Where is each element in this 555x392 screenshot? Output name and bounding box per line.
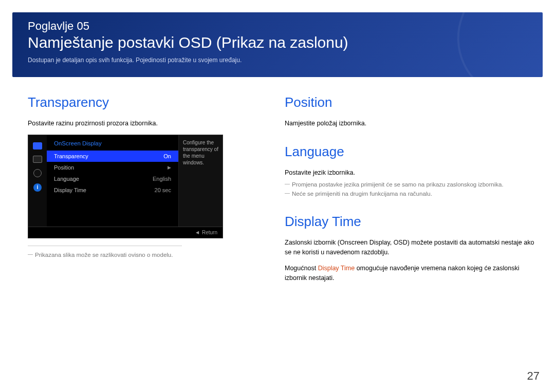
chapter-title: Namještanje postavki OSD (Prikaz na zasl… [28, 34, 527, 51]
chapter-subtitle: Dostupan je detaljan opis svih funkcija.… [28, 57, 527, 64]
osd-row-value: 20 sec [155, 187, 171, 193]
osd-menu-header: OnScreen Display [47, 137, 178, 151]
osd-row-label: Transparency [54, 153, 88, 159]
osd-row-label: Language [54, 176, 79, 182]
osd-row-position[interactable]: Position ▶ [47, 162, 178, 173]
section-title-display-time: Display Time [285, 214, 540, 230]
chevron-right-icon: ▶ [168, 165, 171, 170]
osd-sidebar: i [28, 135, 47, 227]
chapter-banner: Poglavlje 05 Namještanje postavki OSD (P… [12, 12, 543, 77]
gear-icon [33, 169, 42, 177]
transparency-intro: Postavite razinu prozirnosti prozora izb… [28, 119, 249, 128]
display-time-highlight: Display Time [318, 265, 355, 272]
column-left: Transparency Postavite razinu prozirnost… [28, 95, 249, 289]
page-number: 27 [527, 369, 540, 383]
osd-help-panel: Configure the transparency of the menu w… [178, 135, 223, 227]
language-note-2: Neće se primijeniti na drugim funkcijama… [285, 189, 540, 198]
osd-footer: ◀ Return [28, 227, 223, 238]
section-title-language: Language [285, 144, 540, 160]
osd-menu: OnScreen Display Transparency On Positio… [47, 135, 178, 227]
column-right: Position Namjestite položaj izbornika. L… [285, 95, 540, 289]
section-title-position: Position [285, 95, 540, 110]
osd-row-value: On [163, 153, 171, 159]
position-body: Namjestite položaj izbornika. [285, 119, 540, 128]
osd-row-transparency[interactable]: Transparency On [47, 151, 178, 162]
language-body: Postavite jezik izbornika. [285, 168, 540, 178]
chapter-label: Poglavlje 05 [28, 20, 527, 33]
divider [28, 246, 182, 246]
section-title-transparency: Transparency [28, 95, 249, 110]
osd-row-label: Position [54, 164, 74, 171]
display-time-body-1: Zaslonski izbornik (Onscreen Display, OS… [285, 238, 540, 257]
back-icon: ◀ [196, 230, 199, 235]
info-icon: i [33, 183, 42, 192]
osd-row-label: Display Time [54, 187, 86, 193]
picture-icon [33, 156, 42, 163]
monitor-icon [33, 142, 42, 150]
osd-screenshot: i OnScreen Display Transparency On Posit… [28, 135, 223, 238]
osd-row-display-time[interactable]: Display Time 20 sec [47, 184, 178, 196]
model-disclaimer-note: Prikazana slika može se razlikovati ovis… [28, 250, 249, 259]
display-time-body-2: Mogućnost Display Time omogućuje navođen… [285, 264, 540, 283]
language-note-1: Promjena postavke jezika primijenit će s… [285, 180, 540, 189]
osd-row-value: English [153, 176, 171, 182]
content: Transparency Postavite razinu prozirnost… [0, 77, 555, 289]
osd-return-label: Return [202, 230, 217, 235]
osd-row-language[interactable]: Language English [47, 173, 178, 184]
display-time-prefix: Mogućnost [285, 265, 318, 272]
